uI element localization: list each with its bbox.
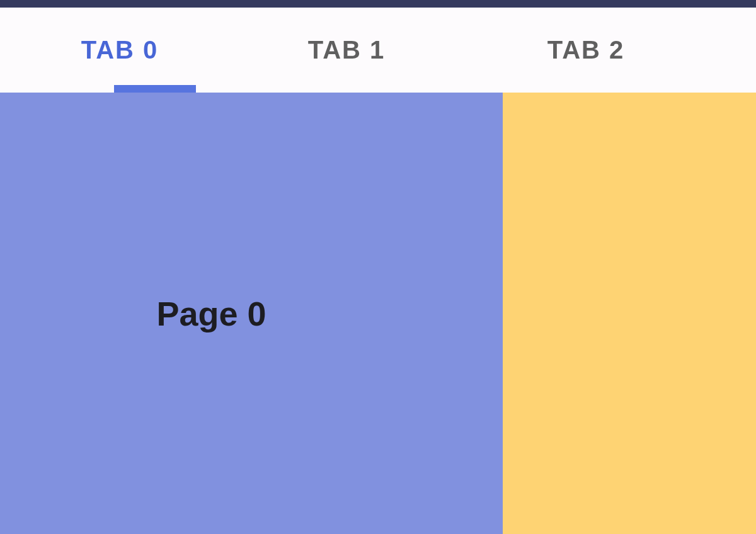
page-1 [503,93,756,534]
page-0: Page 0 [0,93,503,534]
status-bar [0,0,756,8]
tab-bar: TAB 0 TAB 1 TAB 2 [0,8,756,93]
page-title: Page 0 [156,294,266,333]
tab-label: TAB 0 [81,36,159,64]
tab-1[interactable]: TAB 1 [227,8,466,93]
tab-label: TAB 2 [547,36,625,64]
tab-label: TAB 1 [308,36,386,64]
tab-indicator [114,85,196,93]
tab-2[interactable]: TAB 2 [466,8,706,93]
page-viewport[interactable]: Page 0 [0,93,756,534]
tab-0[interactable]: TAB 0 [0,8,227,93]
